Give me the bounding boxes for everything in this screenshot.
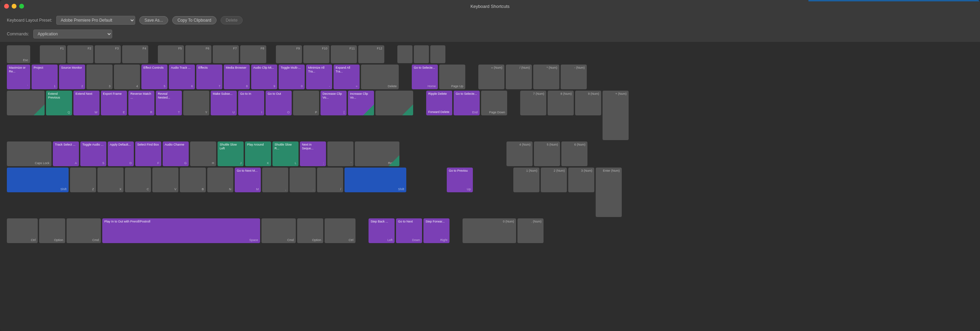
key-shift-right[interactable]: Shift bbox=[345, 168, 406, 192]
key-h[interactable]: H bbox=[190, 141, 216, 166]
key-f5[interactable]: F5 bbox=[158, 45, 184, 63]
key-5[interactable]: Effect Controls 5 bbox=[142, 64, 167, 89]
key-f11[interactable]: F11 bbox=[331, 45, 357, 63]
key-a[interactable]: Track Select ... A bbox=[53, 141, 79, 166]
key-backtick[interactable]: Maximize or Re... ` bbox=[7, 64, 30, 89]
key-i[interactable]: Go to In I bbox=[238, 91, 264, 115]
key-num0[interactable]: 0 (Num) bbox=[463, 218, 516, 243]
key-slash[interactable]: / bbox=[317, 168, 343, 192]
key-l[interactable]: Shuttle Slow R... L bbox=[272, 141, 299, 166]
key-num7[interactable]: 7 (Num) bbox=[520, 91, 546, 115]
key-ctrl-left[interactable]: Ctrl bbox=[7, 218, 38, 243]
key-option-right[interactable]: Option bbox=[297, 218, 323, 243]
key-num-div[interactable]: / (Num) bbox=[506, 64, 532, 89]
key-o[interactable]: Go to Out O bbox=[266, 91, 292, 115]
key-tab[interactable]: Tab bbox=[7, 91, 45, 115]
key-end[interactable]: Go to Selecte... End bbox=[453, 91, 480, 115]
key-rbracket[interactable]: Increase Clip Vo... ] bbox=[348, 91, 374, 115]
key-num-plus[interactable]: + (Num) bbox=[603, 91, 628, 140]
key-f6[interactable]: F6 bbox=[185, 45, 212, 63]
key-w[interactable]: Extend Next W bbox=[73, 91, 100, 115]
key-4[interactable]: 4 bbox=[114, 64, 140, 89]
key-s[interactable]: Toggle Audio ... S bbox=[80, 141, 107, 166]
save-as-button[interactable]: Save As... bbox=[139, 16, 168, 24]
key-num-eq[interactable]: = (Num) bbox=[478, 64, 504, 89]
key-f12[interactable]: F12 bbox=[358, 45, 384, 63]
key-n[interactable]: N bbox=[207, 168, 233, 192]
key-f9[interactable]: F9 bbox=[276, 45, 302, 63]
key-comma[interactable]: , bbox=[262, 168, 288, 192]
key-cmd-right[interactable]: Cmd bbox=[261, 218, 296, 243]
key-cmd-left[interactable]: Cmd bbox=[67, 218, 101, 243]
copy-clipboard-button[interactable]: Copy To Clipboard bbox=[172, 16, 216, 24]
key-x[interactable]: X bbox=[97, 168, 124, 192]
key-semicolon[interactable]: Next in Seque... ; bbox=[300, 141, 326, 166]
key-d[interactable]: Apply Default... D bbox=[108, 141, 134, 166]
key-m[interactable]: Go to Next M... M bbox=[235, 168, 261, 192]
key-num-enter[interactable]: Enter (Num) bbox=[596, 168, 622, 217]
key-delete-bksp[interactable]: Delete bbox=[361, 64, 399, 89]
key-f2[interactable]: F2 bbox=[67, 45, 93, 63]
key-home[interactable]: Go to Selecte... Home bbox=[412, 64, 438, 89]
key-q[interactable]: Extend Previous Q bbox=[46, 91, 72, 115]
key-arrow-up[interactable]: Go to Previou Up bbox=[447, 168, 473, 192]
preset-select[interactable]: Adobe Premiere Pro Default bbox=[56, 16, 135, 25]
key-f14[interactable] bbox=[414, 45, 429, 63]
key-c[interactable]: C bbox=[125, 168, 151, 192]
key-shift-left[interactable]: Shift bbox=[7, 168, 68, 192]
key-pgup[interactable]: Page Up bbox=[439, 64, 465, 89]
key-f10[interactable]: F10 bbox=[303, 45, 329, 63]
key-num6[interactable]: 6 (Num) bbox=[562, 141, 587, 166]
key-num3[interactable]: 3 (Num) bbox=[568, 168, 594, 192]
key-equals[interactable]: Expand All Tra... = bbox=[334, 64, 360, 89]
key-z[interactable]: Z bbox=[70, 168, 96, 192]
key-backslash[interactable]: \ bbox=[375, 91, 413, 115]
key-f15[interactable] bbox=[430, 45, 445, 63]
key-arrow-down[interactable]: Go to Next Down bbox=[396, 218, 422, 243]
key-arrow-right[interactable]: Step Forwar... Right bbox=[423, 218, 450, 243]
commands-select[interactable]: Application bbox=[33, 30, 112, 38]
key-num9[interactable]: 9 (Num) bbox=[575, 91, 601, 115]
key-f1[interactable]: F1 bbox=[40, 45, 66, 63]
key-num1[interactable]: 1 (Num) bbox=[513, 168, 539, 192]
key-num-mul[interactable]: * (Num) bbox=[533, 64, 559, 89]
close-button[interactable] bbox=[4, 4, 9, 9]
key-j[interactable]: Shuttle Slow Left J bbox=[218, 141, 243, 166]
key-f4[interactable]: F4 bbox=[122, 45, 148, 63]
key-3[interactable]: 3 bbox=[86, 64, 113, 89]
key-f7[interactable]: F7 bbox=[213, 45, 239, 63]
key-arrow-left[interactable]: Step Back ... Left bbox=[369, 218, 395, 243]
key-num2[interactable]: 2 (Num) bbox=[541, 168, 567, 192]
key-option-left[interactable]: Option bbox=[39, 218, 65, 243]
key-u[interactable]: Make Subse... U bbox=[211, 91, 237, 115]
key-power[interactable] bbox=[397, 45, 412, 63]
key-space[interactable]: Play In to Out with Preroll/Postroll Spa… bbox=[102, 218, 260, 243]
key-v[interactable]: V bbox=[152, 168, 178, 192]
key-0[interactable]: Toggle Multi-... 0 bbox=[278, 64, 305, 89]
maximize-button[interactable] bbox=[19, 4, 24, 9]
key-p[interactable]: P bbox=[293, 91, 319, 115]
key-f[interactable]: Select Find Box F bbox=[135, 141, 161, 166]
key-g[interactable]: Audio Channe G bbox=[163, 141, 189, 166]
key-f3[interactable]: F3 bbox=[95, 45, 121, 63]
key-capslock[interactable]: Caps Lock bbox=[7, 141, 51, 166]
key-num8[interactable]: 8 (Num) bbox=[548, 91, 574, 115]
key-period[interactable]: . bbox=[290, 168, 316, 192]
key-esc[interactable]: Esc bbox=[7, 45, 30, 63]
key-return[interactable]: Return bbox=[355, 141, 399, 166]
key-num-sub[interactable]: - (Num) bbox=[561, 64, 587, 89]
key-r[interactable]: Reverse Match ... R bbox=[128, 91, 154, 115]
key-k[interactable]: Play Around K bbox=[245, 141, 271, 166]
key-num4[interactable]: 4 (Num) bbox=[506, 141, 533, 166]
key-b[interactable]: B bbox=[180, 168, 206, 192]
key-quote[interactable]: ' bbox=[327, 141, 353, 166]
key-lbracket[interactable]: Decrease Clip Vo... [ bbox=[320, 91, 347, 115]
key-f8[interactable]: F8 bbox=[240, 45, 266, 63]
key-1[interactable]: Project 1 bbox=[32, 64, 58, 89]
delete-button[interactable]: Delete bbox=[221, 16, 243, 24]
key-ctrl-right[interactable]: Ctrl bbox=[325, 218, 355, 243]
key-y[interactable]: Y bbox=[183, 91, 209, 115]
key-9[interactable]: Audio Clip Mi... 9 bbox=[251, 64, 277, 89]
key-6[interactable]: Audio Track ... 6 bbox=[169, 64, 195, 89]
key-minus[interactable]: Minimize All Tra... - bbox=[306, 64, 332, 89]
